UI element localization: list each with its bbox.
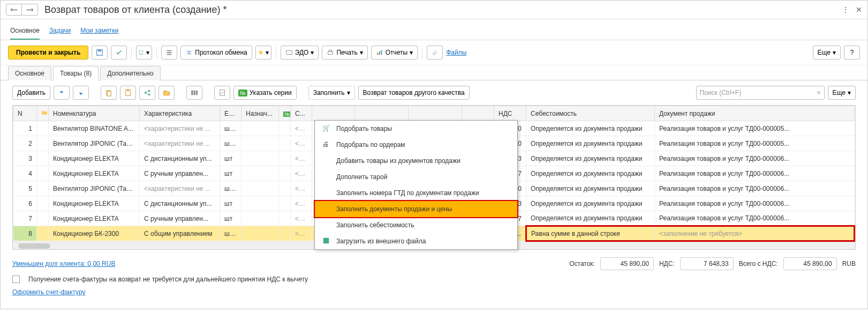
folder-icon[interactable] (158, 86, 175, 100)
svg-rect-11 (379, 51, 380, 55)
svg-rect-3 (167, 50, 172, 51)
dd-load-file[interactable]: Загрузить из внешнего файла (315, 233, 517, 249)
close-icon[interactable]: ✕ (856, 5, 862, 14)
edo-button[interactable]: ЭДО ▾ (281, 46, 319, 60)
more2-button[interactable]: Еще ▾ (828, 86, 856, 100)
fill-button[interactable]: Заполнить ▾ (308, 86, 355, 100)
svg-rect-5 (167, 54, 172, 55)
subtab-main[interactable]: Основное (8, 66, 51, 80)
search-input[interactable]: Поиск (Ctrl+F)× (696, 86, 825, 100)
col-nds[interactable]: НДС (494, 106, 526, 121)
col-num[interactable]: № (279, 106, 291, 121)
dd-add-tare[interactable]: Дополнить тарой (315, 169, 517, 185)
help-button[interactable]: ? (844, 46, 860, 60)
dd-pick-goods[interactable]: 🛒Подобрать товары (315, 121, 517, 137)
check-doc-icon[interactable] (214, 86, 230, 100)
svg-rect-9 (329, 50, 332, 52)
col-characteristic[interactable]: Характеристика (140, 106, 220, 121)
protocol-button[interactable]: Протокол обмена (180, 46, 252, 60)
window-title: Возврат товаров от клиента (создание) * (44, 4, 842, 16)
paste-icon[interactable] (120, 86, 136, 100)
sf-link[interactable]: Оформить счет-фактуру (12, 288, 85, 296)
more-button[interactable]: Еще ▾ (813, 46, 841, 60)
print-button[interactable]: Печать ▾ (322, 46, 367, 60)
svg-rect-21 (323, 238, 329, 244)
copy-icon[interactable] (101, 86, 117, 100)
col-unit[interactable]: Ед... (220, 106, 241, 121)
reports-button[interactable]: Отчеты ▾ (371, 46, 418, 60)
subtab-goods[interactable]: Товары (8) (53, 66, 99, 80)
sf-checkbox-label: Получение счета-фактуры на возврат не тр… (28, 276, 308, 283)
other-quality-button[interactable]: Возврат товаров другого качества (358, 86, 470, 100)
currency: RUB (842, 260, 856, 267)
svg-rect-6 (259, 51, 262, 54)
svg-rect-10 (377, 53, 378, 55)
move-up-icon[interactable] (54, 86, 70, 100)
svg-rect-2 (140, 51, 143, 54)
svg-rect-16 (127, 90, 129, 91)
col-nomenclature[interactable]: Номенклатура (49, 106, 140, 121)
svg-rect-14 (107, 91, 111, 96)
total-value: 45 890,00 (783, 257, 837, 270)
col-assignment[interactable]: Назнач... (241, 106, 279, 121)
svg-rect-12 (381, 50, 382, 55)
dd-fill-cost[interactable]: Заполнить себестоимость (315, 217, 517, 233)
fill-dropdown: 🛒Подобрать товары 🖨Подобрать по ордерам … (314, 120, 518, 250)
dd-fill-docs-prices[interactable]: Заполнить документы продажи и цены (314, 200, 518, 218)
col-qty[interactable] (312, 106, 355, 121)
add-button[interactable]: Добавить (12, 86, 50, 100)
navtab-tasks[interactable]: Задачи (49, 24, 71, 40)
col-series[interactable]: С... (291, 106, 312, 121)
ostatok-value: 45 890,00 (600, 257, 654, 270)
svg-rect-7 (286, 51, 292, 55)
col-sum[interactable] (409, 106, 462, 121)
col-cost[interactable]: Себестоимость (526, 106, 655, 121)
col-icon[interactable] (37, 106, 49, 121)
sf-checkbox[interactable] (12, 276, 20, 283)
svg-rect-1 (99, 50, 101, 52)
dd-add-from-docs[interactable]: Добавить товары из документов продажи (315, 153, 517, 169)
ostatok-label: Остаток: (569, 260, 595, 267)
col-n[interactable]: N (13, 106, 37, 121)
structure-icon[interactable] (161, 46, 177, 60)
save-icon[interactable] (92, 46, 108, 60)
svg-rect-4 (167, 52, 172, 53)
dd-pick-orders[interactable]: 🖨Подобрать по ордерам (315, 137, 517, 153)
dk-icon[interactable]: ▾ (255, 46, 271, 60)
attach-icon[interactable] (427, 46, 443, 60)
back-button[interactable]: 🡐 (6, 4, 22, 16)
col-vat[interactable] (462, 106, 494, 121)
files-link[interactable]: Файлы (446, 49, 466, 56)
svg-rect-20 (220, 90, 225, 96)
navtab-notes[interactable]: Мои заметки (80, 24, 118, 40)
create-based-icon[interactable]: ▾ (136, 46, 152, 60)
dd-fill-gtd[interactable]: Заполнить номера ГТД по документам прода… (315, 185, 517, 201)
nds-value: 7 648,33 (680, 257, 734, 270)
menu-icon[interactable]: ⋮ (842, 5, 849, 14)
debt-link[interactable]: Уменьшен долг клиента: 0,00 RUB (12, 260, 115, 267)
series-button[interactable]: № Указать серии (233, 86, 297, 100)
total-label: Всего с НДС: (739, 260, 778, 267)
navtab-main[interactable]: Основное (10, 24, 40, 40)
clear-search-icon: × (817, 89, 821, 96)
subtab-additional[interactable]: Дополнительно (100, 66, 160, 80)
move-down-icon[interactable] (73, 86, 89, 100)
forward-button[interactable]: 🡒 (22, 4, 38, 16)
svg-rect-8 (328, 51, 333, 54)
nds-label: НДС: (659, 260, 675, 267)
col-price[interactable] (355, 106, 409, 121)
post-icon[interactable] (111, 46, 127, 60)
post-close-button[interactable]: Провести и закрыть (8, 46, 88, 60)
barcode-icon[interactable] (186, 86, 202, 100)
share-icon[interactable] (139, 86, 155, 100)
col-doc[interactable]: Документ продажи (655, 106, 855, 121)
